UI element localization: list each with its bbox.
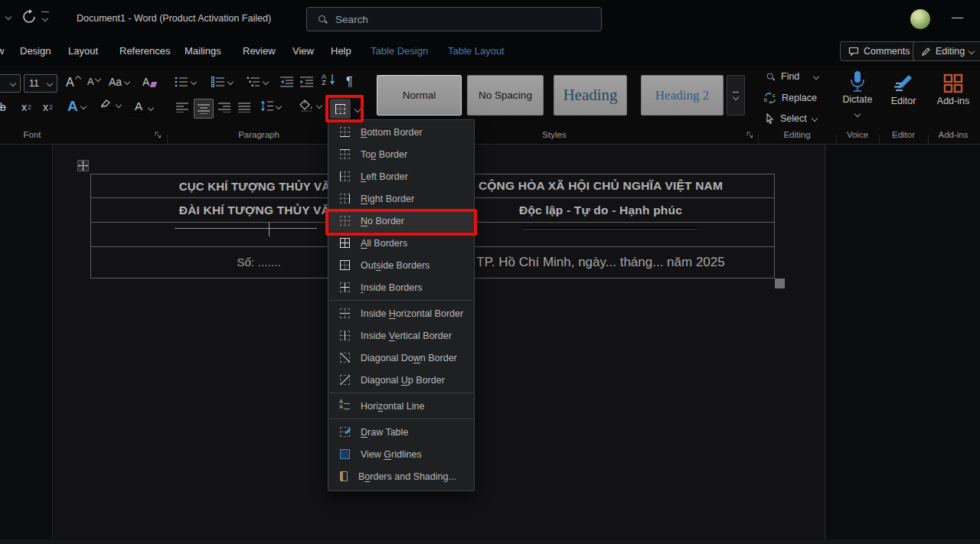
menu-item-right-border[interactable]: Right Border (328, 187, 474, 210)
right-border-icon (340, 194, 350, 204)
superscript-button[interactable]: x2 (43, 101, 53, 113)
table-cell-motto[interactable]: Độc lập - Tự do - Hạnh phúc (427, 198, 774, 222)
menu-item-view-gridlines[interactable]: View Gridlines (328, 443, 474, 465)
left-underline-rule (175, 228, 317, 229)
menu-item-all-borders[interactable]: All Borders (328, 232, 474, 254)
window-bottom-edge (0, 539, 980, 544)
style-heading1[interactable]: Heading (554, 75, 627, 116)
menu-item-left-border[interactable]: Left Border (328, 165, 474, 187)
bullets-button[interactable] (175, 77, 196, 87)
borders-chevron-icon[interactable] (354, 106, 361, 112)
pilcrow-button[interactable]: ¶ (346, 75, 353, 89)
menu-item-diagonal-up-border[interactable]: Diagonal Up Border (328, 369, 474, 391)
shading-button[interactable] (299, 99, 322, 112)
align-left-button[interactable] (176, 103, 188, 112)
table-cell-date[interactable]: TP. Hồ Chí Minh, ngày... tháng... năm 20… (427, 247, 774, 278)
autosave-chevron-icon[interactable] (5, 14, 11, 20)
dictate-button[interactable]: Dictate (838, 70, 877, 119)
font-name-combo[interactable] (0, 74, 21, 93)
justify-button[interactable] (238, 103, 250, 112)
bottom-border-icon (340, 127, 350, 137)
right-underline-rule (523, 227, 697, 229)
style-heading2[interactable]: Heading 2 (641, 75, 724, 116)
tab-references[interactable]: References (119, 45, 170, 57)
text-effects-button[interactable]: A (67, 98, 86, 115)
redo-icon[interactable] (21, 9, 37, 24)
menu-item-horizontal-line[interactable]: Horizontal Line (328, 395, 474, 417)
tab-layout[interactable]: Layout (68, 45, 98, 57)
search-input[interactable]: Search (306, 7, 602, 31)
ribbon: 11 A A Aa A ab x2 x2 A A Font (0, 66, 980, 145)
menu-item-diagonal-down-border[interactable]: Diagonal Down Border (328, 347, 474, 369)
menu-item-borders-and-shading[interactable]: Borders and Shading... (328, 465, 474, 487)
comments-button[interactable]: Comments (840, 41, 918, 61)
increase-indent-button[interactable] (300, 77, 313, 87)
line-spacing-button[interactable] (260, 100, 281, 112)
strikethrough-button[interactable]: ab (0, 101, 6, 113)
styles-dialog-launcher-icon[interactable] (746, 132, 753, 138)
highlighter-icon (100, 98, 113, 112)
shrink-font-button[interactable]: A (87, 76, 100, 87)
tab-view[interactable]: View (292, 45, 314, 57)
align-center-button[interactable] (194, 99, 214, 119)
search-placeholder: Search (335, 14, 368, 25)
tab-help[interactable]: Help (331, 45, 351, 57)
grow-font-button[interactable]: A (66, 76, 80, 90)
menu-item-draw-table[interactable]: Draw Table (328, 421, 474, 443)
tab-partial[interactable]: w (0, 45, 4, 57)
styles-gallery-more-button[interactable] (727, 75, 745, 116)
editor-button[interactable]: Editor (882, 73, 925, 106)
multilevel-list-button[interactable] (247, 77, 268, 87)
menu-item-inside-vertical-border[interactable]: Inside Vertical Border (328, 324, 474, 347)
highlight-color-button[interactable] (100, 98, 121, 112)
select-cursor-icon (765, 113, 775, 124)
tab-review[interactable]: Review (243, 45, 276, 57)
align-right-button[interactable] (218, 103, 230, 112)
avatar[interactable] (910, 9, 930, 29)
tab-mailings[interactable]: Mailings (185, 45, 221, 57)
comment-icon (848, 47, 859, 57)
table-resize-handle[interactable] (775, 279, 785, 288)
menu-item-outside-borders[interactable]: Outside Borders (328, 254, 474, 276)
table-cell-republic[interactable]: CỘNG HÒA XÃ HỘI CHỦ NGHĨA VIỆT NAM (427, 174, 774, 197)
menu-item-inside-borders[interactable]: Inside Borders (328, 276, 474, 298)
font-dialog-launcher-icon[interactable] (155, 132, 162, 138)
find-button[interactable]: Find (766, 71, 818, 82)
borders-button[interactable] (330, 99, 351, 119)
font-size-combo[interactable]: 11 (24, 74, 57, 93)
change-case-button[interactable]: Aa (109, 76, 129, 88)
select-button[interactable]: Select (765, 113, 817, 124)
minimize-button[interactable]: — (952, 10, 963, 23)
editing-chevron-icon (969, 48, 975, 54)
style-no-spacing[interactable]: No Spacing (467, 75, 544, 116)
clear-formatting-button[interactable]: A (142, 76, 156, 88)
menu-item-top-border[interactable]: Top Border (328, 143, 474, 165)
find-chevron-icon (813, 73, 819, 80)
bullets-icon (175, 77, 188, 87)
text-cursor (269, 223, 270, 236)
font-color-button[interactable]: A (132, 99, 153, 116)
menu-item-label: Draw Table (361, 427, 408, 438)
table-move-handle[interactable] (77, 160, 89, 171)
line-spacing-icon (260, 100, 273, 112)
add-ins-button[interactable]: Add-ins (931, 73, 975, 106)
tab-design[interactable]: Design (20, 45, 51, 57)
subscript-button[interactable]: x2 (21, 101, 31, 113)
styles-more-chevron-icon (733, 93, 739, 99)
menu-item-no-border[interactable]: No Border (328, 210, 474, 232)
menu-item-label: Right Border (361, 194, 414, 204)
menu-item-bottom-border[interactable]: Bottom Border (328, 121, 474, 143)
tab-table-layout[interactable]: Table Layout (448, 45, 505, 57)
numbering-button[interactable] (211, 77, 233, 87)
style-normal[interactable]: Normal (377, 75, 462, 116)
editing-mode-button[interactable]: Editing (913, 41, 980, 61)
replace-icon: bc (764, 93, 776, 103)
decrease-indent-button[interactable] (280, 77, 293, 87)
replace-button[interactable]: bc Replace (764, 93, 817, 103)
font-group-label: Font (2, 130, 63, 139)
menu-item-inside-horizontal-border[interactable]: Inside Horizontal Border (328, 302, 474, 324)
sort-button[interactable]: A Z (322, 73, 335, 86)
quick-access-chevron-icon[interactable] (42, 15, 48, 21)
tab-table-design[interactable]: Table Design (371, 45, 428, 57)
paint-bucket-icon (299, 99, 314, 112)
